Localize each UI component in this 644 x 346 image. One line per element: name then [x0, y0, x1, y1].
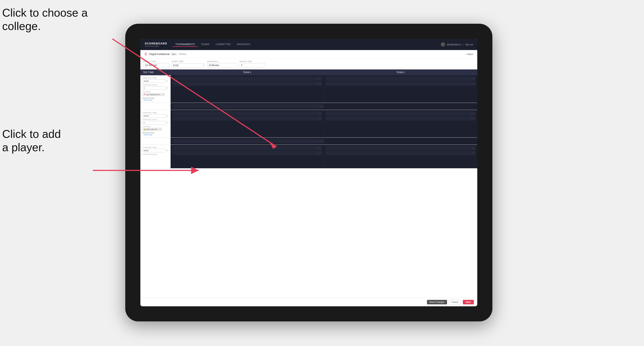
event-badge: Men [170, 53, 177, 56]
starting-hole-input-1[interactable] [142, 86, 167, 90]
scoreboard-logo: SCOREBOARD [145, 42, 167, 45]
back-button[interactable]: < Back [466, 53, 473, 55]
reset-changes-button[interactable]: Reset Changes [427, 300, 447, 304]
slot-x-icon-4[interactable]: × [471, 83, 472, 85]
annotation-college: Click to choose a college. [2, 6, 88, 33]
starting-hole-label-1: STARTING HOLE: [142, 84, 168, 86]
course-remove-1[interactable]: × [161, 94, 162, 96]
player-slot-3-1[interactable]: × ▾ [172, 111, 322, 116]
course-tag-2[interactable]: ⛳ East Lake GC × ▾ [142, 128, 162, 131]
slot-x-icon-2[interactable]: × [318, 83, 319, 85]
group-size-select[interactable]: 3 [240, 63, 266, 67]
clippd-logo: C [145, 52, 147, 56]
nav-tab-teams[interactable]: TEAMS [198, 42, 212, 47]
schedule-row-2: STARTING TIME: ⏱ STARTING HOLE: [140, 110, 477, 138]
add-group-btn-2[interactable]: + Add Group [142, 134, 168, 136]
starting-time-input-2[interactable] [142, 114, 166, 118]
controls-bar: Start Type 1st Tee Start Start Time ⏱ [140, 58, 477, 69]
starting-time-label-1: STARTING TIME: [142, 77, 168, 79]
slot-chevron-icon-3[interactable]: ▾ [473, 78, 474, 80]
start-time-input[interactable] [172, 63, 205, 67]
intervals-group: Intervals 10 Minutes [207, 60, 237, 67]
th-team1: Team 1 [170, 69, 324, 75]
annotation-player: Click to add a player. [2, 127, 61, 154]
slot-x-icon[interactable]: × [318, 78, 319, 80]
group-size-label: Group Size [240, 60, 266, 63]
course-chevron-2[interactable]: ▾ [160, 128, 161, 130]
start-time-group: Start Time ⏱ [172, 60, 205, 67]
row-config-1: STARTING TIME: ⏱ STARTING HOLE: [140, 75, 170, 103]
table-header: Tee Time Team 1 Team 2 [140, 69, 477, 75]
save-button[interactable]: Save [463, 300, 474, 304]
course-chevron-1[interactable]: ▾ [163, 94, 164, 96]
remove-group-btn-1[interactable]: Remove Group [142, 97, 168, 99]
player-slot-2-1[interactable]: × ▾ [326, 77, 476, 81]
intervals-select[interactable]: 10 Minutes [207, 63, 237, 67]
course-icon-2: ⛳ [144, 128, 146, 130]
add-group-btn-1[interactable]: + Add Group [142, 99, 168, 101]
user-email: blair@clippd.io [447, 43, 461, 46]
team2-cell-1: × ▾ × ▾ [324, 75, 477, 103]
course-label-2: COURSE: [142, 126, 168, 128]
course-remove-2[interactable]: × [158, 128, 160, 130]
start-type-select[interactable]: 1st Tee Start [144, 63, 169, 67]
th-team2: Team 2 [324, 69, 477, 75]
row-config-3: STARTING TIME: ⏱ STARTING HOLE: [140, 145, 170, 168]
player-slot-5-2[interactable]: × ▾ [172, 151, 322, 155]
cancel-button[interactable]: Cancel [449, 300, 461, 305]
player-slot-5-1[interactable]: × ▾ [172, 146, 322, 150]
course-tag-1[interactable]: 📍 (A) Peachtree GC × ▾ [142, 93, 165, 96]
bottom-bar: Reset Changes Cancel Save [140, 298, 477, 306]
starting-time-input-3[interactable] [142, 149, 166, 152]
player-slot-6-2[interactable]: × ▾ [326, 151, 476, 155]
start-type-group: Start Type 1st Tee Start [144, 60, 169, 67]
player-slot-4-2[interactable]: × ▾ [326, 116, 476, 121]
course-slot-2[interactable]: × ▾ [172, 139, 324, 143]
slot-chevron-icon-4[interactable]: ▾ [473, 83, 474, 85]
course-name-1: (A) Peachtree GC [146, 94, 160, 96]
player-slot-2-2[interactable]: × ▾ [326, 82, 476, 86]
tablet-screen: SCOREBOARD Powered by clippd TOURNAMENTS… [140, 39, 477, 306]
start-time-label: Start Time [172, 60, 205, 63]
starting-hole-label-2: STARTING HOLE: [142, 119, 168, 121]
starting-time-label-3: STARTING TIME: [142, 147, 168, 148]
starting-time-input-1[interactable] [142, 79, 166, 83]
nav-tab-committee[interactable]: COMMITTEE [213, 42, 234, 47]
teams-row-1: × ▾ × ▾ [170, 75, 477, 103]
nav-tab-rankings[interactable]: RANKINGS [234, 42, 253, 47]
player-slot-4-1[interactable]: × ▾ [326, 111, 476, 116]
group-size-group: Group Size 3 [240, 60, 266, 67]
event-title: Clippd Invitational [149, 53, 170, 56]
course-label-1: COURSE: [142, 91, 168, 93]
app-body: Start Type 1st Tee Start Start Time ⏱ [140, 58, 477, 306]
starting-hole-input-2[interactable] [142, 121, 167, 125]
remove-group-btn-2[interactable]: Remove Group [142, 132, 168, 134]
logo-sub: Powered by clippd [145, 45, 168, 47]
course-slot-1[interactable]: × ▾ [172, 104, 324, 109]
teams-row-3: × ▾ × ▾ [170, 145, 477, 168]
slot-x-icon-3[interactable]: × [471, 78, 472, 80]
hole-chevron-1: ▾ [167, 87, 168, 89]
slot-chevron-icon-2[interactable]: ▾ [320, 83, 321, 85]
slot-chevron-icon[interactable]: ▾ [320, 78, 321, 80]
remove-add-group-2: Remove Group + Add Group [142, 132, 168, 136]
nav-tab-tournaments[interactable]: TOURNAMENTS [172, 42, 198, 47]
row-config-2: STARTING TIME: ⏱ STARTING HOLE: [140, 110, 170, 137]
player-slot-1-2[interactable]: × ▾ [172, 82, 322, 86]
teams-row-2: × ▾ × ▾ [170, 110, 477, 137]
intervals-label: Intervals [207, 60, 237, 63]
team1-cell-1: × ▾ × ▾ [170, 75, 324, 103]
player-slot-6-1[interactable]: × ▾ [326, 146, 476, 150]
remove-add-group-1: Remove Group + Add Group [142, 97, 168, 101]
team2-cell-3: × ▾ × ▾ [324, 145, 477, 168]
player-slot-1-1[interactable]: × ▾ [172, 77, 322, 81]
hosting-badge: Hosting [179, 53, 186, 55]
th-tee-time: Tee Time [140, 69, 170, 75]
table-body: STARTING TIME: ⏱ STARTING HOLE: [140, 75, 477, 298]
clock-icon-1: ⏱ [166, 80, 168, 82]
starting-hole-label-3: STARTING HOLE: [142, 153, 168, 155]
avatar [441, 42, 445, 47]
player-slot-3-2[interactable]: × ▾ [172, 116, 322, 121]
schedule-rows: STARTING TIME: ⏱ STARTING HOLE: [140, 75, 477, 298]
sign-out-link[interactable]: Sign out [465, 43, 473, 46]
